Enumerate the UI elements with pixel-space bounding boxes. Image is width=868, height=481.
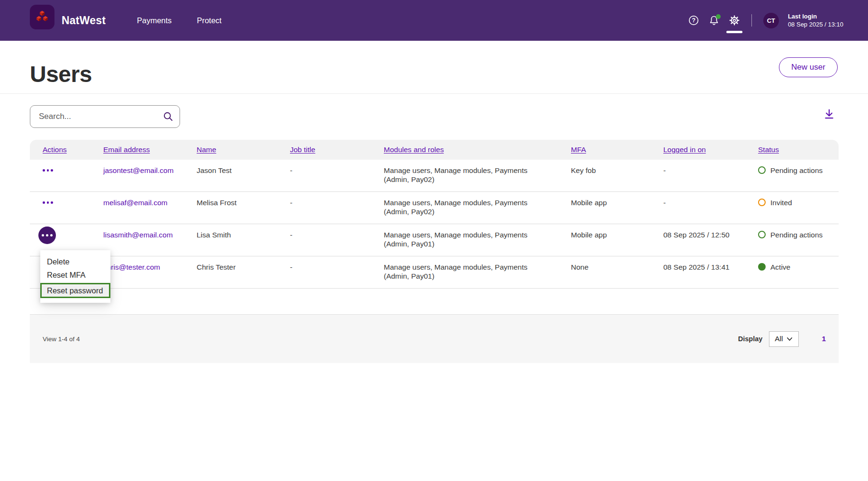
- page-size-select[interactable]: All: [769, 331, 799, 347]
- brand-name: NatWest: [62, 0, 106, 41]
- new-user-button[interactable]: New user: [779, 57, 838, 77]
- status-label: Active: [770, 263, 790, 272]
- user-name: Jason Test: [197, 160, 290, 191]
- user-logged-in-on: -: [663, 160, 758, 191]
- svg-text:?: ?: [692, 17, 696, 24]
- user-name: Melisa Frost: [197, 192, 290, 224]
- export-download-icon[interactable]: [822, 107, 837, 122]
- user-logged-in-on: -: [663, 192, 758, 224]
- user-email-link[interactable]: melisaf@email.com: [103, 192, 197, 224]
- user-job-title: -: [290, 256, 384, 288]
- column-header-actions[interactable]: Actions: [43, 145, 103, 154]
- user-avatar[interactable]: CT: [763, 13, 779, 28]
- page-number[interactable]: 1: [822, 335, 826, 343]
- pager-controls: Display All 1: [738, 331, 826, 347]
- help-icon[interactable]: ?: [688, 15, 699, 26]
- primary-nav: Payments Protect: [137, 0, 222, 41]
- table-header-row: ActionsEmail addressNameJob titleModules…: [30, 140, 839, 160]
- user-email-link[interactable]: jasontest@email.com: [103, 160, 197, 191]
- row-actions-button[interactable]: [38, 227, 56, 244]
- column-header-status[interactable]: Status: [758, 145, 839, 154]
- users-table: ActionsEmail addressNameJob titleModules…: [30, 140, 839, 289]
- column-header-job-title[interactable]: Job title: [290, 145, 384, 154]
- header-divider: [0, 93, 868, 94]
- last-login-value: 08 Sep 2025 / 13:10: [788, 21, 843, 28]
- nav-utilities: ?: [688, 0, 843, 41]
- column-header-name[interactable]: Name: [197, 145, 290, 154]
- table-row: lisasmith@email.com Lisa Smith - Manage …: [30, 224, 839, 256]
- user-name: Chris Tester: [197, 256, 290, 288]
- column-header-mfa[interactable]: MFA: [571, 145, 663, 154]
- table-row: jasontest@email.com Jason Test - Manage …: [30, 160, 839, 192]
- column-header-logged-in-on[interactable]: Logged in on: [663, 145, 758, 154]
- user-logged-in-on: 08 Sep 2025 / 12:50: [663, 224, 758, 256]
- user-mfa: Mobile app: [571, 224, 663, 256]
- user-mfa: Key fob: [571, 160, 663, 191]
- user-email-link[interactable]: chris@tester.com: [103, 256, 197, 288]
- status-cell: Pending actions: [758, 224, 839, 256]
- user-mfa: Mobile app: [571, 192, 663, 224]
- table-row: melisaf@email.com Melisa Frost - Manage …: [30, 192, 839, 224]
- menu-item-reset-password[interactable]: Reset password: [40, 283, 110, 298]
- status-icon: [758, 199, 766, 206]
- user-job-title: -: [290, 160, 384, 191]
- nav-item-payments[interactable]: Payments: [137, 16, 172, 25]
- user-modules-roles: Manage users, Manage modules, Payments (…: [384, 256, 571, 288]
- table-body: jasontest@email.com Jason Test - Manage …: [30, 160, 839, 289]
- actions-cell: [43, 192, 103, 224]
- user-name: Lisa Smith: [197, 224, 290, 256]
- menu-item-delete[interactable]: Delete: [40, 255, 110, 268]
- status-cell: Active: [758, 256, 839, 288]
- row-actions-button[interactable]: [43, 201, 53, 204]
- status-label: Invited: [770, 198, 792, 207]
- row-actions-button[interactable]: [43, 169, 53, 172]
- column-header-modules-and-roles[interactable]: Modules and roles: [384, 145, 571, 154]
- notification-badge: [716, 14, 721, 19]
- status-cell: Invited: [758, 192, 839, 224]
- user-job-title: -: [290, 224, 384, 256]
- status-label: Pending actions: [770, 166, 823, 175]
- nav-divider: [751, 14, 752, 27]
- natwest-logo[interactable]: [30, 5, 54, 29]
- column-header-email-address[interactable]: Email address: [103, 145, 197, 154]
- nav-item-protect[interactable]: Protect: [197, 16, 221, 25]
- search-container: [30, 105, 180, 128]
- natwest-cubes-icon: [34, 9, 51, 26]
- page-size-value: All: [775, 335, 783, 343]
- settings-gear-icon[interactable]: [729, 15, 740, 26]
- results-count: View 1-4 of 4: [43, 336, 80, 343]
- status-icon: [758, 231, 766, 238]
- status-label: Pending actions: [770, 230, 823, 239]
- last-login-info: Last login 08 Sep 2025 / 13:10: [788, 12, 843, 28]
- status-icon: [758, 166, 766, 174]
- row-actions-context-menu: DeleteReset MFAReset password: [40, 250, 110, 303]
- top-nav: NatWest Payments Protect ?: [0, 0, 868, 41]
- user-modules-roles: Manage users, Manage modules, Payments (…: [384, 160, 571, 191]
- notifications-bell-icon[interactable]: [708, 15, 720, 26]
- app-root: NatWest Payments Protect ?: [0, 0, 868, 481]
- user-logged-in-on: 08 Sep 2025 / 13:41: [663, 256, 758, 288]
- last-login-label: Last login: [788, 12, 843, 20]
- user-mfa: None: [571, 256, 663, 288]
- display-label: Display: [738, 335, 763, 343]
- status-cell: Pending actions: [758, 160, 839, 191]
- table-footer: View 1-4 of 4 Display All 1: [30, 314, 839, 363]
- actions-cell: [43, 160, 103, 191]
- search-input[interactable]: [30, 105, 180, 128]
- table-row: chris@tester.com Chris Tester - Manage u…: [30, 256, 839, 289]
- chevron-down-icon: [786, 336, 793, 343]
- user-modules-roles: Manage users, Manage modules, Payments (…: [384, 224, 571, 256]
- status-icon: [758, 263, 766, 271]
- user-email-link[interactable]: lisasmith@email.com: [103, 224, 197, 256]
- user-job-title: -: [290, 192, 384, 224]
- user-modules-roles: Manage users, Manage modules, Payments (…: [384, 192, 571, 224]
- menu-item-reset-mfa[interactable]: Reset MFA: [40, 268, 110, 281]
- page-title: Users: [30, 64, 92, 85]
